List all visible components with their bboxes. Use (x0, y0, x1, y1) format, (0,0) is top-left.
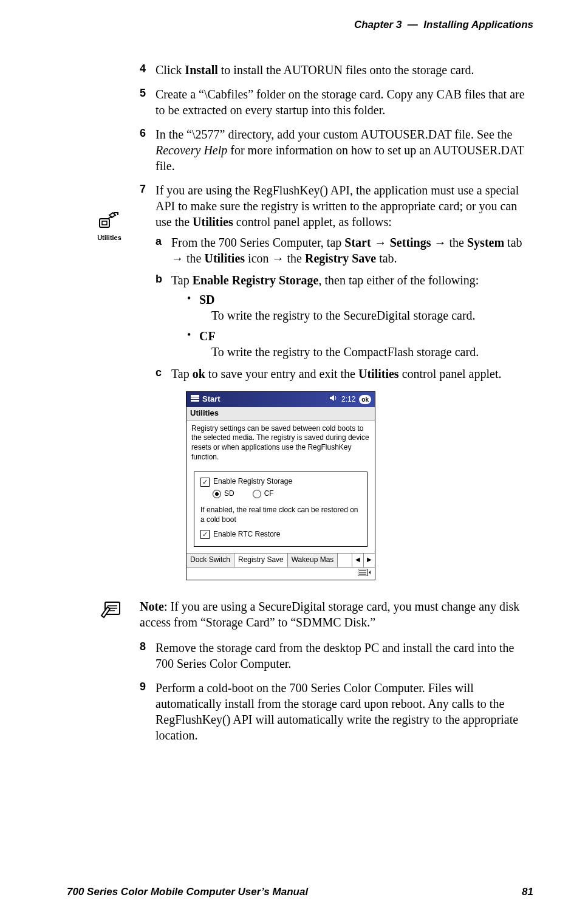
step-5-text: Create a “\Cabfiles” folder on the stora… (156, 87, 525, 117)
speaker-icon[interactable] (329, 394, 338, 405)
pda-time: 2:12 (341, 395, 355, 405)
enable-registry-label: Enable Registry Storage (213, 477, 292, 487)
step-6-italic: Recovery Help (156, 143, 227, 157)
step-5: 5 Create a “\Cabfiles” folder on the sto… (140, 86, 533, 118)
step-7: 7 If you are using the RegFlushKey() API… (140, 182, 533, 580)
step-4-marker: 4 (140, 62, 146, 76)
pda-description: Registry settings can be saved between c… (186, 420, 375, 465)
radio-unselected-icon (253, 490, 261, 498)
bullet-cf-label: CF (199, 329, 216, 343)
bullet-sd-desc: To write the registry to the SecureDigit… (211, 307, 533, 323)
step-4-text-post: to install the AUTORUN files onto the st… (218, 63, 474, 77)
step-6-text-pre: In the “\2577” directory, add your custo… (156, 128, 512, 141)
enable-registry-checkbox[interactable]: ✓ Enable Registry Storage (200, 477, 361, 487)
step-4-bold: Install (185, 63, 217, 77)
pda-tabs: Dock Switch Registry Save Wakeup Mas ◀ ▶ (186, 553, 375, 567)
tab-dock-switch[interactable]: Dock Switch (186, 554, 234, 567)
radio-sd[interactable]: SD (213, 489, 234, 499)
radio-sd-label: SD (224, 489, 234, 499)
pda-titlebar: Start 2:12 ok (186, 392, 375, 407)
substep-b-t1: Tap (171, 273, 193, 287)
substep-a-b2: Settings (390, 236, 431, 249)
step-8-marker: 8 (140, 640, 146, 654)
step-8: 8 Remove the storage card from the deskt… (140, 640, 533, 671)
rtc-hint: If enabled, the real time clock can be r… (200, 506, 361, 524)
checkbox-icon-2: ✓ (200, 530, 210, 539)
enable-rtc-label: Enable RTC Restore (213, 530, 281, 540)
step-7-text-post: control panel applet, as follows: (233, 215, 392, 228)
pda-screenshot: Start 2:12 ok Utilities Registry setting… (186, 391, 533, 580)
substep-a: a From the 700 Series Computer, tap Star… (156, 235, 533, 266)
header-dash: — (408, 19, 418, 30)
pda-keyboard-bar[interactable] (186, 567, 375, 580)
step-4: 4 Click Install to install the AUTORUN f… (140, 62, 533, 78)
page-footer: 700 Series Color Mobile Computer User’s … (67, 885, 533, 899)
running-header: Chapter 3 — Installing Applications (67, 18, 533, 32)
radio-cf[interactable]: CF (253, 489, 274, 499)
bullet-sd-label: SD (199, 293, 215, 306)
radio-selected-icon (213, 490, 221, 498)
substep-b-b1: Enable Registry Storage (193, 273, 319, 287)
substep-a-b1: Start (344, 236, 371, 249)
note-lead: Note (140, 600, 164, 613)
note-text: : If you are using a SecureDigital stora… (140, 600, 519, 629)
substep-c: c Tap ok to save your entry and exit the… (156, 366, 533, 382)
svg-rect-0 (100, 219, 109, 227)
step-9-text: Perform a cold-boot on the 700 Series Co… (156, 681, 518, 742)
substep-a-t5: tab. (376, 252, 397, 265)
tab-scroll-right-icon[interactable]: ▶ (363, 554, 375, 567)
step-9-marker: 9 (140, 680, 146, 694)
tab-scroll-left-icon[interactable]: ◀ (352, 554, 363, 567)
substep-c-t1: Tap (171, 367, 193, 380)
step-9: 9 Perform a cold-boot on the 700 Series … (140, 680, 533, 743)
substep-a-t1: From the 700 Series Computer, tap (171, 236, 344, 249)
step-7-bold: Utilities (193, 215, 233, 228)
step-7-marker: 7 (140, 182, 146, 196)
pda-settings-box: ✓ Enable Registry Storage SD (194, 472, 368, 547)
bullet-cf: CF To write the registry to the CompactF… (187, 328, 533, 360)
bullet-sd: SD To write the registry to the SecureDi… (187, 292, 533, 323)
chapter-title: Installing Applications (423, 19, 533, 30)
svg-rect-1 (102, 221, 107, 225)
substep-c-marker: c (156, 366, 162, 380)
utilities-icon (97, 210, 121, 231)
substep-a-b5: Registry Save (305, 252, 376, 265)
substep-c-b1: ok (193, 367, 205, 380)
utilities-icon-label: Utilities (97, 234, 121, 241)
note-block: Note: If you are using a SecureDigital s… (97, 599, 533, 630)
substep-b-t2: , then tap either of the following: (318, 273, 479, 287)
bullet-cf-desc: To write the registry to the CompactFlas… (211, 344, 533, 360)
substep-c-b2: Utilities (358, 367, 399, 380)
arrow-1: → (371, 236, 390, 249)
substep-a-marker: a (156, 235, 162, 249)
substep-a-b4: Utilities (204, 252, 245, 265)
keyboard-icon (358, 569, 371, 578)
step-5-marker: 5 (140, 86, 146, 100)
pda-start-label[interactable]: Start (202, 394, 220, 405)
substep-a-t4: icon → the (245, 252, 305, 265)
substep-c-t3: control panel applet. (399, 367, 502, 380)
step-8-text: Remove the storage card from the desktop… (156, 641, 514, 670)
substep-b: b Tap Enable Registry Storage, then tap … (156, 272, 533, 360)
substep-b-marker: b (156, 272, 162, 286)
pda-window: Start 2:12 ok Utilities Registry setting… (186, 391, 375, 580)
start-flag-icon (190, 394, 200, 405)
enable-rtc-checkbox[interactable]: ✓ Enable RTC Restore (200, 530, 361, 540)
chapter-label: Chapter 3 (354, 19, 402, 30)
footer-page-number: 81 (522, 885, 533, 899)
footer-title: 700 Series Color Mobile Computer User’s … (67, 885, 308, 899)
substep-a-t2: → the (431, 236, 467, 249)
tab-registry-save[interactable]: Registry Save (234, 554, 288, 567)
step-4-text-pre: Click (156, 63, 185, 77)
pda-app-title: Utilities (186, 407, 375, 420)
radio-cf-label: CF (264, 489, 274, 499)
tab-wakeup[interactable]: Wakeup Mas (288, 554, 338, 567)
utilities-margin-icon: Utilities (91, 210, 128, 242)
pda-ok-button[interactable]: ok (359, 395, 371, 404)
step-6-marker: 6 (140, 126, 146, 140)
substep-c-t2: to save your entry and exit the (205, 367, 358, 380)
checkbox-icon: ✓ (200, 478, 210, 487)
substep-a-b3: System (467, 236, 504, 249)
step-6: 6 In the “\2577” directory, add your cus… (140, 126, 533, 174)
note-icon (97, 599, 128, 623)
